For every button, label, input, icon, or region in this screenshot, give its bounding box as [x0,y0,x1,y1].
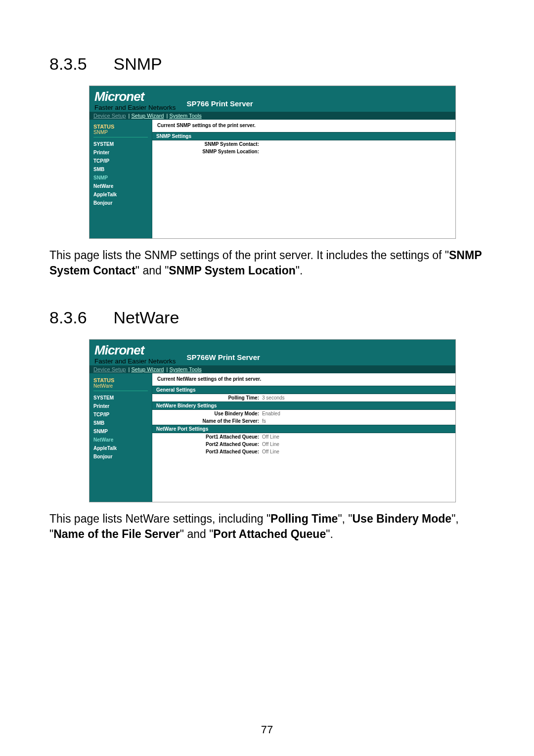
content-pane: Current NetWare settings of the print se… [152,373,455,502]
sidebar-item-smb[interactable]: SMB [93,167,148,172]
value: Enabled [262,411,280,416]
row-port2: Port2 Attached Queue: Off Line [152,441,455,448]
sidebar-item-printer[interactable]: Printer [93,150,148,155]
sidebar-item-bonjour[interactable]: Bonjour [93,200,148,206]
label: Port1 Attached Queue: [155,434,262,440]
sidebar-item-snmp[interactable]: SNMP [93,429,148,434]
nav-setup-wizard[interactable]: Setup Wizard [131,366,164,372]
row-snmp-contact: SNMP System Contact: [152,140,455,148]
paragraph-snmp: This page lists the SNMP settings of the… [49,248,485,278]
sidebar-item-system[interactable]: SYSTEM [93,395,148,400]
lead-text: Current SNMP settings of the print serve… [152,120,455,132]
page-number: 77 [0,723,534,736]
row-port3: Port3 Attached Queue: Off Line [152,448,455,455]
sidebar: STATUS SNMP SYSTEM Printer TCP/IP SMB SN… [89,120,152,238]
value: fs [262,418,266,424]
logo-tagline: Faster and Easier Networks [94,104,176,111]
label: Name of the File Server: [155,418,262,424]
label: Polling Time: [155,395,262,400]
heading-snmp: 8.3.5 SNMP [49,54,485,74]
row-polling-time: Polling Time: 3 seconds [152,394,455,401]
section-bar-port: NetWare Port Settings [152,425,455,433]
app-header: Micronet Faster and Easier Networks SP76… [89,340,455,365]
section-bar-bindery: NetWare Bindery Settings [152,401,455,410]
lead-text: Current NetWare settings of the print se… [152,373,455,386]
screenshot-snmp: Micronet Faster and Easier Networks SP76… [89,86,456,239]
section-bar-general: General Settings [152,386,455,394]
sidebar-item-system[interactable]: SYSTEM [93,141,148,147]
sidebar-item-appletalk[interactable]: AppleTalk [93,445,148,451]
sidebar: STATUS NetWare SYSTEM Printer TCP/IP SMB… [89,373,152,502]
app-title: SP766W Print Server [186,353,260,365]
section-bar-snmp: SNMP Settings [152,132,455,140]
nav-system-tools[interactable]: System Tools [169,366,201,372]
sidebar-item-smb[interactable]: SMB [93,420,148,426]
value: Off Line [262,434,279,440]
nav-device-setup[interactable]: Device Setup [93,366,126,372]
logo-tagline: Faster and Easier Networks [94,357,176,365]
sidebar-item-snmp[interactable]: SNMP [93,175,148,180]
label: Port3 Attached Queue: [155,449,262,454]
app-header: Micronet Faster and Easier Networks SP76… [89,86,455,112]
label: SNMP System Contact: [155,141,262,147]
app-title: SP766 Print Server [186,99,253,112]
value: Off Line [262,442,279,447]
sidebar-item-netware[interactable]: NetWare [93,437,148,443]
heading-title: SNMP [113,54,162,73]
breadcrumb-status: STATUS [93,377,148,383]
sidebar-item-bonjour[interactable]: Bonjour [93,454,148,459]
top-nav: Device Setup | Setup Wizard | System Too… [89,365,455,373]
nav-system-tools[interactable]: System Tools [169,113,201,119]
label: Use Bindery Mode: [155,411,262,416]
content-pane: Current SNMP settings of the print serve… [152,120,455,238]
nav-device-setup[interactable]: Device Setup [93,113,126,119]
value: Off Line [262,449,279,454]
heading-number: 8.3.5 [49,54,109,74]
logo: Micronet Faster and Easier Networks [94,90,176,112]
sidebar-item-netware[interactable]: NetWare [93,183,148,189]
top-nav: Device Setup | Setup Wizard | System Too… [89,112,455,120]
row-file-server: Name of the File Server: fs [152,417,455,425]
label: Port2 Attached Queue: [155,442,262,447]
value: 3 seconds [262,395,285,400]
row-bindery-mode: Use Bindery Mode: Enabled [152,410,455,417]
breadcrumb-current: SNMP [93,130,148,137]
breadcrumb-status: STATUS [93,124,148,130]
document-page: 8.3.5 SNMP Micronet Faster and Easier Ne… [0,0,534,756]
paragraph-netware: This page lists NetWare settings, includ… [49,511,485,542]
heading-title: NetWare [113,308,179,327]
label: SNMP System Location: [155,149,262,154]
screenshot-netware: Micronet Faster and Easier Networks SP76… [89,339,456,502]
row-snmp-location: SNMP System Location: [152,148,455,155]
breadcrumb-current: NetWare [93,383,148,391]
sidebar-item-tcpip[interactable]: TCP/IP [93,158,148,164]
sidebar-item-appletalk[interactable]: AppleTalk [93,192,148,197]
sidebar-item-tcpip[interactable]: TCP/IP [93,412,148,417]
logo: Micronet Faster and Easier Networks [94,344,176,365]
heading-netware: 8.3.6 NetWare [49,308,485,327]
sidebar-item-printer[interactable]: Printer [93,403,148,409]
heading-number: 8.3.6 [49,308,109,327]
nav-setup-wizard[interactable]: Setup Wizard [131,113,164,119]
row-port1: Port1 Attached Queue: Off Line [152,433,455,441]
